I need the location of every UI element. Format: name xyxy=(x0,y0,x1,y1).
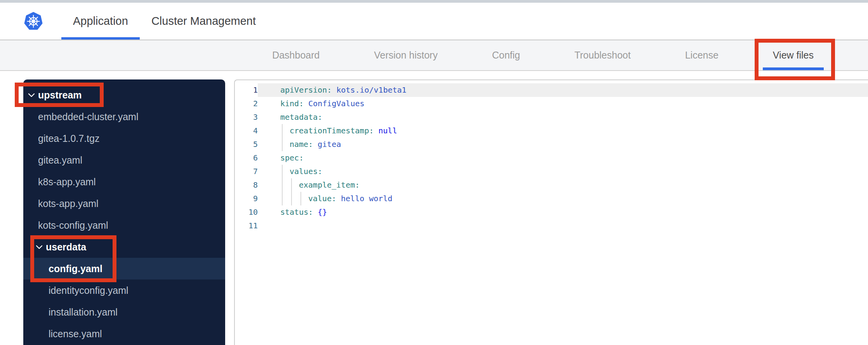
line-number: 1 xyxy=(235,83,258,97)
yaml-token-val: gitea xyxy=(313,140,341,149)
chevron-down-icon[interactable] xyxy=(36,245,43,250)
yaml-token-key: status: xyxy=(280,207,313,217)
nav-tab-license[interactable]: License xyxy=(675,40,729,70)
yaml-token-key: creationTimestamp: xyxy=(290,126,374,135)
line-number: 8 xyxy=(235,178,258,192)
tree-item-label: config.yaml xyxy=(49,263,102,274)
line-number: 3 xyxy=(235,110,258,124)
header-tab-application[interactable]: Application xyxy=(61,3,140,40)
header-tab-cluster-management[interactable]: Cluster Management xyxy=(140,3,267,40)
indent-guide xyxy=(282,165,283,178)
line-number: 7 xyxy=(235,165,258,178)
line-number: 10 xyxy=(235,205,258,219)
indent-guide xyxy=(291,192,292,205)
code-line-1: 1apiVersion: kots.io/v1beta1 xyxy=(235,83,868,97)
code-line-10: 10status: {} xyxy=(235,205,868,219)
yaml-token-key: example_item: xyxy=(299,180,360,190)
code-line-content: kind: ConfigValues xyxy=(258,97,868,110)
line-number: 5 xyxy=(235,138,258,151)
tree-item-label: userdata xyxy=(46,242,86,253)
indent-guide xyxy=(282,124,283,138)
line-number: 4 xyxy=(235,124,258,138)
yaml-token-val: kots.io/v1beta1 xyxy=(332,85,406,95)
yaml-token-key: spec: xyxy=(280,153,304,162)
yaml-token-key: value: xyxy=(308,194,336,203)
indent-guide xyxy=(282,192,283,205)
tree-item-label: embedded-cluster.yaml xyxy=(38,111,138,122)
yaml-token-val: ConfigValues xyxy=(304,99,365,108)
code-line-2: 2kind: ConfigValues xyxy=(235,97,868,110)
line-number: 9 xyxy=(235,192,258,205)
indent-guide xyxy=(282,178,283,192)
app-header: ApplicationCluster Management xyxy=(0,3,868,40)
kots-admin-console: ApplicationCluster Management DashboardV… xyxy=(0,0,868,345)
tree-item-label: kots-app.yaml xyxy=(38,198,99,209)
code-line-6: 6spec: xyxy=(235,151,868,165)
code-line-4: 4creationTimestamp: null xyxy=(235,124,868,138)
nav-tab-version-history[interactable]: Version history xyxy=(364,40,448,70)
line-number: 11 xyxy=(235,219,258,233)
tree-file-identityconfig-yaml[interactable]: identityconfig.yaml xyxy=(23,279,225,301)
code-line-content: value: hello world xyxy=(258,192,868,205)
tree-item-label: license.yaml xyxy=(49,328,102,340)
code-line-content: example_item: xyxy=(258,178,868,192)
indent-guide xyxy=(300,192,301,205)
tree-file-kots-config-yaml[interactable]: kots-config.yaml xyxy=(23,214,225,236)
code-line-content: status: {} xyxy=(258,205,868,219)
chevron-down-icon[interactable] xyxy=(28,93,35,98)
file-tree-sidebar[interactable]: upstreamembedded-cluster.yamlgitea-1.0.7… xyxy=(23,79,225,345)
code-line-content: spec: xyxy=(258,151,868,165)
tree-item-label: gitea-1.0.7.tgz xyxy=(38,133,99,144)
code-line-11: 11 xyxy=(235,219,868,233)
indent-guide xyxy=(291,178,292,192)
nav-tab-config[interactable]: Config xyxy=(482,40,530,70)
tree-file-license-yaml[interactable]: license.yaml xyxy=(23,323,225,345)
code-line-content: values: xyxy=(258,165,868,178)
kubernetes-logo-icon xyxy=(24,12,43,31)
nav-tab-dashboard[interactable]: Dashboard xyxy=(262,40,330,70)
code-line-8: 8example_item: xyxy=(235,178,868,192)
code-line-content: metadata: xyxy=(258,110,868,124)
yaml-token-key: kind: xyxy=(280,99,304,108)
line-number: 2 xyxy=(235,97,258,110)
header-tabs: ApplicationCluster Management xyxy=(61,3,267,40)
code-line-content xyxy=(258,219,868,233)
yaml-token-val: hello world xyxy=(336,194,392,203)
yaml-token-key: name: xyxy=(290,140,313,149)
code-line-content: creationTimestamp: null xyxy=(258,124,868,138)
yaml-token-atom: {} xyxy=(313,207,327,217)
tree-item-label: identityconfig.yaml xyxy=(49,285,128,296)
code-line-7: 7values: xyxy=(235,165,868,178)
tree-file-gitea-1-0-7-tgz[interactable]: gitea-1.0.7.tgz xyxy=(23,128,225,149)
line-number: 6 xyxy=(235,151,258,165)
tree-item-label: upstream xyxy=(38,90,82,101)
tree-item-label: installation.yaml xyxy=(49,307,118,318)
yaml-token-key: apiVersion: xyxy=(280,85,332,95)
window-top-strip xyxy=(0,0,868,3)
tree-folder-userdata[interactable]: userdata xyxy=(23,236,225,258)
code-line-5: 5name: gitea xyxy=(235,138,868,151)
tree-file-k8s-app-yaml[interactable]: k8s-app.yaml xyxy=(23,171,225,193)
code-line-content: apiVersion: kots.io/v1beta1 xyxy=(258,83,868,97)
tree-file-config-yaml[interactable]: config.yaml xyxy=(23,258,225,279)
code-line-3: 3metadata: xyxy=(235,110,868,124)
tree-file-installation-yaml[interactable]: installation.yaml xyxy=(23,301,225,323)
code-line-content: name: gitea xyxy=(258,138,868,151)
yaml-token-key: metadata: xyxy=(280,112,322,122)
indent-guide xyxy=(282,138,283,151)
tree-folder-upstream[interactable]: upstream xyxy=(23,84,225,106)
nav-tab-troubleshoot[interactable]: Troubleshoot xyxy=(564,40,641,70)
tree-item-label: kots-config.yaml xyxy=(38,220,108,231)
secondary-nav: DashboardVersion historyConfigTroublesho… xyxy=(0,40,868,71)
yaml-token-key: values: xyxy=(290,167,322,176)
nav-tab-view-files[interactable]: View files xyxy=(763,40,824,70)
code-line-9: 9value: hello world xyxy=(235,192,868,205)
tree-item-label: gitea.yaml xyxy=(38,155,82,166)
tree-file-embedded-cluster-yaml[interactable]: embedded-cluster.yaml xyxy=(23,106,225,128)
tree-file-kots-app-yaml[interactable]: kots-app.yaml xyxy=(23,193,225,214)
logo-wrap xyxy=(24,3,43,40)
tree-item-label: k8s-app.yaml xyxy=(38,176,96,188)
file-viewer-editor[interactable]: 1apiVersion: kots.io/v1beta12kind: Confi… xyxy=(234,79,868,345)
yaml-token-atom: null xyxy=(374,126,397,135)
tree-file-gitea-yaml[interactable]: gitea.yaml xyxy=(23,149,225,171)
